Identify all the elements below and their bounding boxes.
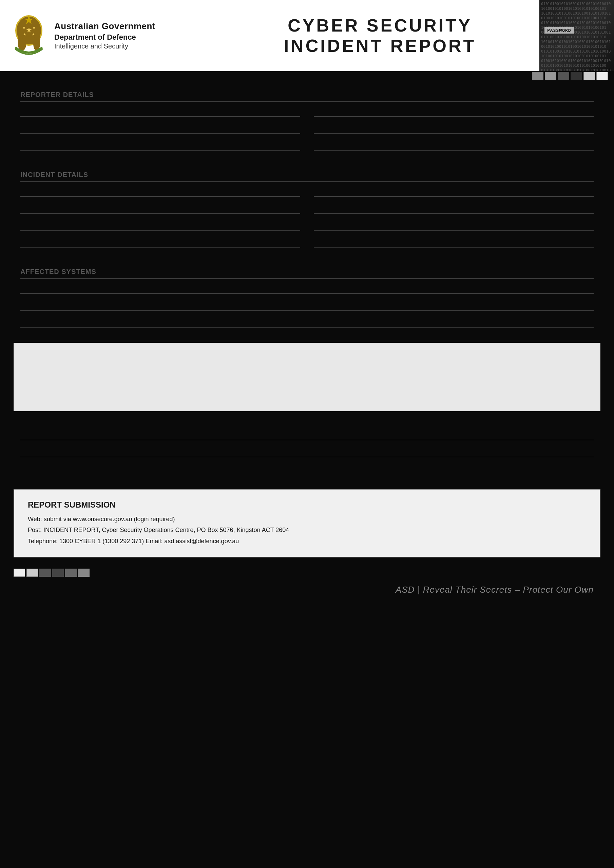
main-form-box	[14, 343, 600, 411]
systems-field-1[interactable]	[20, 282, 594, 294]
incident-col-2	[314, 185, 594, 253]
swatch-1	[532, 72, 543, 80]
report-title: CYBER SECURITY INCIDENT REPORT	[284, 15, 476, 56]
additional-section	[20, 428, 594, 474]
bottom-swatch-6	[78, 569, 90, 577]
submission-title: REPORT SUBMISSION	[28, 500, 586, 510]
additional-form-area	[0, 428, 614, 474]
government-text: Australian Government Department of Defe…	[54, 21, 155, 50]
binary-text: 0101010010101001010100101010010101001010…	[539, 0, 614, 71]
incident-field-8[interactable]	[314, 236, 594, 248]
add-field-2[interactable]	[20, 445, 594, 457]
incident-field-1[interactable]	[20, 185, 300, 197]
incident-field-4[interactable]	[20, 236, 300, 248]
incident-field-5[interactable]	[314, 185, 594, 197]
reporter-field-2[interactable]	[20, 122, 300, 133]
color-swatches-top	[532, 72, 608, 80]
swatch-3	[558, 72, 569, 80]
submission-web: Web: submit via www.onsecure.gov.au (log…	[28, 514, 586, 524]
dept-label: Department of Defence	[54, 33, 155, 42]
form-box-content	[21, 350, 593, 404]
systems-field-2[interactable]	[20, 299, 594, 311]
submission-box: REPORT SUBMISSION Web: submit via www.on…	[14, 489, 600, 557]
add-field-1[interactable]	[20, 428, 594, 440]
page-footer: ASD | Reveal Their Secrets – Protect Our…	[0, 578, 614, 602]
reporter-field-1[interactable]	[20, 105, 300, 117]
footer-tagline: ASD | Reveal Their Secrets – Protect Our…	[396, 584, 594, 595]
incident-col-1	[20, 185, 300, 253]
swatch-2	[545, 72, 556, 80]
incident-fields	[20, 185, 594, 253]
swatch-6	[596, 72, 608, 80]
form-content: REPORTER DETAILS INCIDENT DETAILS	[0, 91, 614, 327]
header-center: CYBER SECURITY INCIDENT REPORT	[221, 0, 539, 71]
reporter-fields	[20, 105, 594, 156]
bottom-color-bar	[0, 567, 614, 578]
swatch-4	[570, 72, 582, 80]
reporter-field-3[interactable]	[20, 139, 300, 150]
svg-text:★: ★	[26, 27, 32, 34]
systems-field-3[interactable]	[20, 316, 594, 327]
page-header: ★ ★ ★ ★ ★ Australian Government Departme…	[0, 0, 614, 71]
submission-post: Post: INCIDENT REPORT, Cyber Security Op…	[28, 524, 586, 535]
add-field-3[interactable]	[20, 462, 594, 474]
submission-phone: Telephone: 1300 CYBER 1 (1300 292 371) E…	[28, 536, 586, 547]
bottom-swatch-4	[52, 569, 64, 577]
title-line1: CYBER SECURITY	[284, 15, 476, 36]
aus-gov-label: Australian Government	[54, 21, 155, 31]
svg-text:★: ★	[32, 33, 35, 36]
svg-text:★: ★	[22, 26, 25, 29]
incident-field-7[interactable]	[314, 219, 594, 231]
title-line2: INCIDENT REPORT	[284, 36, 476, 56]
reporter-col-2	[314, 105, 594, 156]
incident-field-2[interactable]	[20, 202, 300, 214]
bottom-swatch-1	[14, 569, 25, 577]
header-left: ★ ★ ★ ★ ★ Australian Government Departme…	[0, 0, 221, 71]
svg-text:★: ★	[23, 33, 26, 36]
color-swatches-bottom	[14, 569, 90, 577]
incident-field-3[interactable]	[20, 219, 300, 231]
incident-details-section: INCIDENT DETAILS	[20, 171, 594, 253]
password-overlay: PASSWORD	[544, 27, 574, 34]
swatch-5	[583, 72, 595, 80]
reporter-field-6[interactable]	[314, 139, 594, 150]
coat-of-arms-icon: ★ ★ ★ ★ ★	[10, 14, 48, 57]
bottom-swatch-3	[39, 569, 51, 577]
svg-point-4	[18, 37, 23, 43]
submission-text: Web: submit via www.onsecure.gov.au (log…	[28, 514, 586, 547]
reporter-details-section: REPORTER DETAILS	[20, 91, 594, 156]
incident-details-label: INCIDENT DETAILS	[20, 171, 594, 182]
intel-label: Intelligence and Security	[54, 42, 155, 50]
top-color-bar	[0, 71, 614, 81]
svg-text:★: ★	[33, 26, 36, 29]
bottom-swatch-5	[65, 569, 77, 577]
reporter-col-1	[20, 105, 300, 156]
reporter-field-4[interactable]	[314, 105, 594, 117]
header-image: 0101010010101001010100101010010101001010…	[539, 0, 614, 71]
affected-systems-section: AFFECTED SYSTEMS	[20, 268, 594, 327]
reporter-field-5[interactable]	[314, 122, 594, 133]
affected-systems-label: AFFECTED SYSTEMS	[20, 268, 594, 279]
incident-field-6[interactable]	[314, 202, 594, 214]
binary-background: 0101010010101001010100101010010101001010…	[539, 0, 614, 71]
reporter-details-label: REPORTER DETAILS	[20, 91, 594, 102]
bottom-swatch-2	[26, 569, 38, 577]
svg-point-6	[36, 36, 40, 42]
